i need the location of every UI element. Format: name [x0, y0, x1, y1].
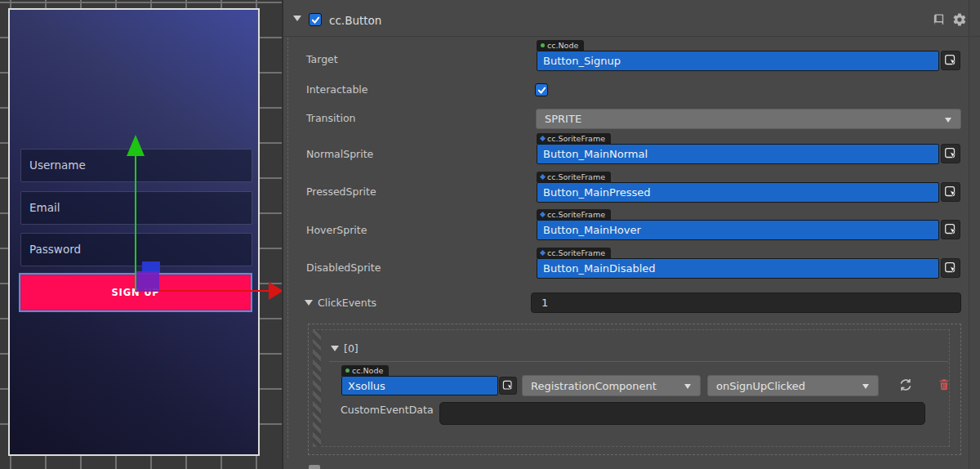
inspector-scrollbar[interactable]	[969, 0, 980, 469]
check-icon	[311, 16, 320, 25]
hover-sprite-picker-button[interactable]	[941, 220, 960, 239]
refresh-icon	[898, 377, 913, 392]
email-field[interactable]: Email	[20, 191, 252, 225]
interactable-checkbox[interactable]	[535, 83, 548, 96]
transition-label: Transition	[306, 113, 355, 124]
normal-sprite-picker-button[interactable]	[941, 144, 960, 163]
spriteframe-type-dot-icon	[540, 174, 546, 180]
component-header	[283, 0, 980, 37]
node-type-dot-icon	[541, 43, 545, 47]
inspector-guide-line	[287, 38, 288, 458]
disabled-sprite-field[interactable]: Button_MainDisabled	[537, 258, 939, 279]
pressed-sprite-field[interactable]: Button_MainPressed	[537, 182, 939, 203]
disabled-sprite-picker-button[interactable]	[941, 258, 960, 278]
spriteframe-type-dot-icon	[540, 250, 546, 256]
password-field[interactable]: Password	[20, 233, 252, 266]
hover-sprite-type-tag: cc.SoriteFrame	[537, 209, 611, 220]
username-placeholder: Username	[29, 159, 86, 172]
normal-sprite-field[interactable]: Button_MainNormal	[537, 144, 939, 164]
disabled-sprite-label: DisabledSprite	[306, 262, 381, 274]
check-icon	[537, 86, 546, 95]
event0-node-field[interactable]: Xsollus	[341, 376, 498, 395]
target-type-tag: cc.Node	[537, 40, 584, 51]
event0-refresh-button[interactable]	[898, 377, 913, 395]
component-enabled-checkbox[interactable]	[309, 13, 322, 26]
event0-index-label: [0]	[344, 343, 359, 355]
cursor-picker-icon	[943, 185, 958, 199]
collapse-component-icon[interactable]	[293, 16, 301, 21]
disabled-sprite-type-tag: cc.SoriteFrame	[537, 248, 611, 258]
spriteframe-type-dot-icon	[540, 212, 546, 217]
target-node-field[interactable]: Button_Signup	[537, 51, 939, 71]
interactable-label: Interactable	[306, 84, 368, 96]
gizmo-y-axis-arrow-icon[interactable]	[127, 135, 145, 156]
pressed-sprite-picker-button[interactable]	[941, 182, 960, 202]
pressed-sprite-label: PressedSprite	[306, 186, 376, 198]
cursor-picker-icon	[943, 222, 958, 237]
chevron-down-icon	[862, 384, 869, 389]
pressed-sprite-type-tag: cc.SoriteFrame	[537, 172, 611, 182]
component-title: cc.Button	[329, 14, 381, 27]
cursor-picker-icon	[943, 261, 958, 275]
gizmo-center-handle-overlay[interactable]	[136, 271, 159, 291]
target-label: Target	[306, 54, 338, 65]
cursor-picker-icon	[501, 379, 514, 392]
target-picker-button[interactable]	[941, 51, 960, 70]
custom-event-data-input[interactable]	[439, 402, 925, 425]
transition-dropdown[interactable]: SPRITE	[536, 109, 961, 129]
device-screen: Username Email Password SIGN UP	[8, 8, 260, 456]
event-item-drag-handle[interactable]	[313, 330, 321, 447]
event0-handler-dropdown[interactable]: onSignUpClicked	[707, 375, 879, 396]
password-placeholder: Password	[29, 243, 81, 256]
trash-icon	[938, 377, 951, 391]
custom-event-data-label: CustomEventData	[341, 404, 434, 416]
spriteframe-type-dot-icon	[540, 136, 546, 141]
click-events-label: ClickEvents	[318, 297, 376, 309]
click-events-count-field[interactable]: 1	[531, 293, 961, 313]
chevron-down-icon	[945, 118, 951, 123]
cursor-picker-icon	[943, 146, 958, 161]
next-component-checkbox[interactable]	[309, 465, 320, 469]
hover-sprite-label: HoverSprite	[306, 225, 367, 236]
event0-node-picker-button[interactable]	[499, 377, 517, 395]
normal-sprite-label: NormalSprite	[306, 149, 373, 160]
event0-component-dropdown[interactable]: RegistrationComponent	[522, 375, 701, 396]
collapse-clickevents-icon[interactable]	[305, 300, 313, 306]
event0-delete-button[interactable]	[938, 377, 951, 395]
collapse-event0-icon[interactable]	[331, 346, 339, 351]
event0-separator	[329, 361, 948, 362]
cursor-picker-icon	[943, 53, 958, 68]
scene-view[interactable]: Username Email Password SIGN UP	[0, 0, 283, 469]
event0-node-type-tag: cc.Node	[341, 365, 389, 376]
chevron-down-icon	[684, 384, 691, 389]
hover-sprite-field[interactable]: Button_MainHover	[537, 220, 939, 240]
email-placeholder: Email	[29, 201, 60, 214]
gear-icon[interactable]	[952, 12, 967, 30]
editor-window: Username Email Password SIGN UP cc.Butto…	[0, 0, 980, 469]
normal-sprite-type-tag: cc.SoriteFrame	[537, 133, 611, 144]
help-book-icon[interactable]	[932, 13, 946, 30]
node-type-dot-icon	[345, 368, 350, 373]
